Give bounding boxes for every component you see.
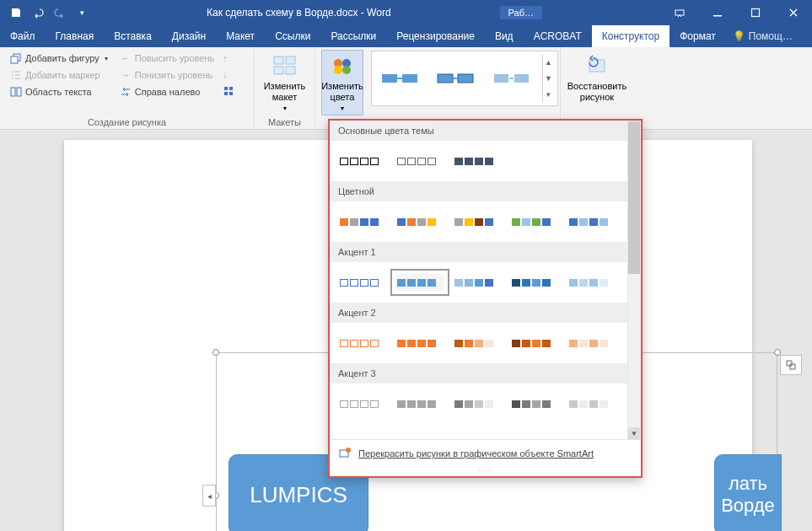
- handle-nw[interactable]: [212, 349, 219, 356]
- svg-point-18: [342, 66, 351, 74]
- change-layout-icon: [272, 52, 298, 79]
- swatch[interactable]: [338, 274, 387, 291]
- move-down-icon[interactable]: ↓: [223, 69, 234, 79]
- text-pane-button[interactable]: Область текста: [7, 84, 111, 99]
- swatch[interactable]: [395, 213, 444, 230]
- style-item-3[interactable]: [487, 57, 539, 99]
- section-accent1: Акцент 1: [330, 242, 641, 262]
- tab-references[interactable]: Ссылки: [265, 25, 320, 47]
- undo-icon[interactable]: [29, 3, 47, 22]
- swatch[interactable]: [567, 335, 616, 351]
- section-primary: Основные цвета темы: [330, 121, 641, 141]
- qat-more-icon[interactable]: ▾: [73, 3, 91, 22]
- scroll-down-icon[interactable]: ▼: [628, 427, 640, 439]
- change-colors-icon: [329, 52, 356, 79]
- swatch[interactable]: [453, 213, 502, 230]
- smartart-shape-2[interactable]: лать Ворде: [714, 454, 782, 531]
- group-layouts: Изменить макет▾ Макеты: [255, 47, 315, 129]
- swatch[interactable]: [395, 153, 444, 169]
- swatch[interactable]: [338, 395, 387, 412]
- swatch[interactable]: [567, 395, 616, 412]
- gallery-more-icon[interactable]: ▾: [543, 86, 554, 102]
- rtl-label: Справа налево: [135, 87, 201, 97]
- rtl-icon: [120, 86, 132, 98]
- style-item-2[interactable]: [431, 57, 483, 99]
- move-up-icon[interactable]: ↑: [223, 53, 234, 63]
- redo-icon[interactable]: [51, 3, 69, 22]
- change-layout-button[interactable]: Изменить макет▾: [261, 51, 308, 115]
- promote-button[interactable]: ←Повысить уровень: [116, 51, 218, 66]
- swatch[interactable]: [510, 395, 559, 412]
- rtl-button[interactable]: Справа налево: [116, 84, 218, 99]
- change-colors-button[interactable]: Изменить цвета▾: [322, 51, 363, 115]
- tab-insert[interactable]: Вставка: [104, 25, 162, 47]
- tab-view[interactable]: Вид: [485, 25, 524, 47]
- tab-mailings[interactable]: Рассылки: [320, 25, 386, 47]
- save-icon[interactable]: [7, 3, 25, 22]
- maximize-icon[interactable]: [736, 0, 774, 25]
- tab-layout[interactable]: Макет: [216, 25, 265, 47]
- layout-small-icon[interactable]: [223, 85, 234, 97]
- tab-home[interactable]: Главная: [46, 25, 105, 47]
- group-change-colors: Изменить цвета▾: [315, 47, 369, 129]
- swatch[interactable]: [395, 395, 444, 412]
- reset-graphic-button[interactable]: Восстановить рисунок: [567, 51, 626, 105]
- tab-file[interactable]: Файл: [0, 25, 46, 47]
- svg-rect-2: [751, 9, 759, 17]
- row-colorful: [330, 201, 641, 242]
- dropdown-body: ▲ ▼ Основные цвета темы Цветной Акцент 1: [330, 121, 641, 439]
- demote-button[interactable]: →Понизить уровень: [116, 67, 218, 83]
- add-bullet-button[interactable]: Добавить маркер: [7, 67, 111, 83]
- style-item-1[interactable]: [375, 57, 428, 99]
- swatch[interactable]: [510, 335, 559, 351]
- swatch[interactable]: [395, 335, 444, 351]
- tab-smartart-design[interactable]: Конструктор: [592, 25, 669, 47]
- svg-rect-9: [224, 92, 228, 95]
- scroll-thumb[interactable]: [628, 122, 640, 274]
- swatch-selected[interactable]: [395, 274, 444, 291]
- tab-smartart-format[interactable]: Формат: [669, 25, 726, 47]
- row-primary: [330, 141, 641, 181]
- add-shape-label: Добавить фигуру: [25, 53, 99, 63]
- swatch[interactable]: [338, 213, 387, 230]
- add-shape-button[interactable]: Добавить фигуру▾: [7, 51, 111, 66]
- tab-acrobat[interactable]: ACROBAT: [524, 25, 592, 47]
- gallery-up-icon[interactable]: ▲: [543, 55, 554, 71]
- swatch[interactable]: [453, 274, 502, 291]
- minimize-icon[interactable]: [698, 0, 736, 25]
- tell-me[interactable]: 💡 Помощ…: [733, 25, 793, 47]
- svg-rect-4: [11, 56, 18, 63]
- text-pane-toggle[interactable]: ◂: [202, 485, 216, 507]
- tab-design[interactable]: Дизайн: [162, 25, 216, 47]
- swatch[interactable]: [567, 213, 616, 230]
- swatch[interactable]: [510, 213, 559, 230]
- swatch[interactable]: [338, 335, 387, 351]
- gallery-down-icon[interactable]: ▼: [543, 71, 554, 87]
- group-create-graphic-label: Создание рисунка: [7, 117, 247, 127]
- row-accent1: [330, 262, 641, 303]
- swatch[interactable]: [453, 153, 502, 169]
- group-create-graphic: Добавить фигуру▾ Добавить маркер Область…: [0, 47, 255, 129]
- tab-review[interactable]: Рецензирование: [386, 25, 485, 47]
- lightbulb-icon: 💡: [733, 30, 745, 42]
- demote-label: Понизить уровень: [135, 70, 213, 80]
- swatch[interactable]: [510, 274, 559, 291]
- svg-rect-23: [493, 73, 509, 83]
- swatch[interactable]: [338, 153, 387, 169]
- svg-rect-12: [286, 56, 295, 64]
- layout-options-button[interactable]: [780, 355, 802, 375]
- text-pane-label: Область текста: [25, 87, 92, 97]
- recolor-pictures[interactable]: Перекрасить рисунки в графическом объект…: [330, 439, 641, 467]
- dropdown-scrollbar[interactable]: ▲ ▼: [627, 121, 641, 439]
- swatch[interactable]: [567, 274, 616, 291]
- quick-access-toolbar: ▾: [0, 3, 98, 22]
- svg-rect-5: [11, 88, 15, 96]
- close-icon[interactable]: [774, 0, 812, 25]
- styles-gallery: ▲ ▼ ▾: [371, 51, 558, 106]
- dropdown-resize-handle[interactable]: ····: [330, 467, 641, 476]
- reset-graphic-label: Восстановить рисунок: [567, 81, 626, 103]
- swatch[interactable]: [453, 395, 502, 412]
- swatch[interactable]: [453, 335, 502, 351]
- ribbon-options-icon[interactable]: [660, 0, 698, 25]
- group-reset: Восстановить рисунок: [561, 47, 633, 129]
